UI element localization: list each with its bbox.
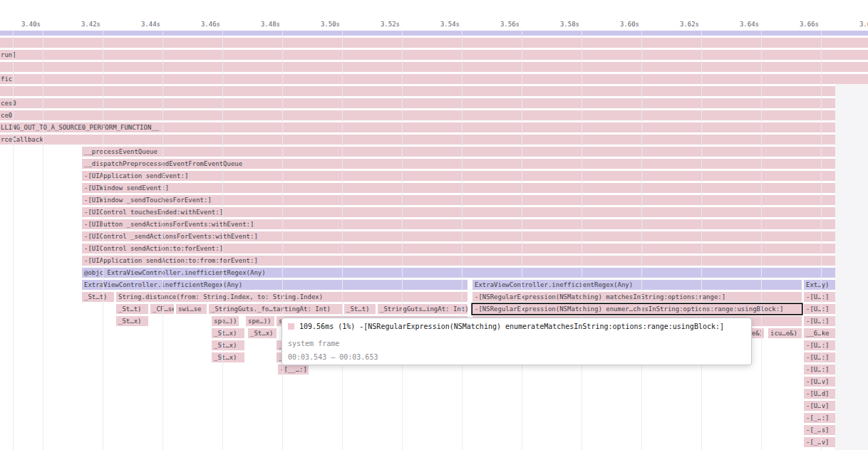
flame-frame[interactable]: -[_…v] bbox=[804, 437, 835, 447]
tooltip-title-line: 109.56ms (1%) -[NSRegularExpression(NSMa… bbox=[288, 323, 724, 330]
flame-frame[interactable]: -[UIWindow _sendTouchesForEvent:] bbox=[82, 195, 835, 205]
ruler-time-label: 3.56s bbox=[479, 21, 520, 28]
flame-frame[interactable]: _StringGuts._fo…tartingAt: Int) bbox=[209, 304, 342, 314]
flame-frame[interactable]: Ext…y) bbox=[804, 280, 835, 290]
flame-frame[interactable]: ces0 bbox=[0, 98, 835, 108]
flame-frame[interactable]: -[U…:] bbox=[804, 304, 835, 314]
flame-frame[interactable] bbox=[0, 31, 868, 36]
flame-frame[interactable]: __dispatchPreprocessedEventFromEventQueu… bbox=[82, 159, 835, 169]
flame-frame[interactable]: -[__…:] bbox=[278, 365, 309, 375]
ruler-time-label: 3.52s bbox=[359, 21, 400, 28]
ruler-time-label: 3.46s bbox=[180, 21, 220, 28]
ruler-time-label: 3.58s bbox=[539, 21, 579, 28]
flame-frame[interactable]: ExtraViewController.inefficientRegex(Any… bbox=[82, 280, 467, 290]
flame-frame[interactable]: @objc ExtraViewController.inefficientReg… bbox=[82, 268, 835, 278]
flame-frame[interactable]: _St…t) bbox=[344, 304, 376, 314]
flame-frame[interactable]: -[UIButton _sendActionsForEvents:withEve… bbox=[82, 219, 835, 229]
flame-frame[interactable]: _St…x) bbox=[212, 352, 244, 362]
ruler-time-label: 3.48s bbox=[239, 21, 280, 28]
flame-frame[interactable]: -[U…:] bbox=[804, 365, 835, 375]
flame-frame[interactable]: rceCallback bbox=[0, 135, 835, 145]
flame-frame[interactable]: LLING_OUT_TO_A_SOURCE0_PERFORM_FUNCTION_… bbox=[0, 122, 835, 132]
flame-frame[interactable]: ce0 bbox=[0, 110, 835, 120]
flame-frame[interactable]: -[U…:] bbox=[804, 340, 835, 350]
tooltip-title: 109.56ms (1%) -[NSRegularExpression(NSMa… bbox=[299, 323, 724, 330]
flame-frame[interactable]: _St…x) bbox=[212, 328, 244, 338]
flame-frame[interactable]: -[U…:] bbox=[804, 316, 835, 326]
time-ruler[interactable]: 3.40s3.42s3.44s3.46s3.48s3.50s3.52s3.54s… bbox=[0, 0, 868, 30]
ruler-time-label: 3.62s bbox=[658, 21, 699, 28]
ruler-time-label: 3.68s bbox=[838, 21, 868, 28]
flame-frame[interactable]: _St…x) bbox=[116, 316, 148, 326]
flame-frame[interactable]: -[U…v] bbox=[804, 401, 835, 411]
ruler-time-label: 3.60s bbox=[599, 21, 639, 28]
flame-frame[interactable]: run] bbox=[0, 50, 868, 60]
flame-frame[interactable]: -[U…v] bbox=[804, 377, 835, 387]
ruler-time-label: 3.64s bbox=[718, 21, 759, 28]
flame-frame[interactable]: -[UIApplication sendAction:to:from:forEv… bbox=[82, 256, 835, 266]
flame-frame[interactable]: String.distance(from: String.Index, to: … bbox=[116, 292, 467, 302]
ruler-time-label: 3.50s bbox=[299, 21, 340, 28]
ruler-time-label: 3.54s bbox=[419, 21, 460, 28]
flame-frame[interactable]: -[UIControl touchesEnded:withEvent:] bbox=[82, 207, 835, 217]
flame-frame[interactable]: _CF…se bbox=[150, 304, 174, 314]
flame-frame[interactable]: -[UIWindow sendEvent:] bbox=[82, 183, 835, 193]
flame-frame[interactable]: -[_…:] bbox=[804, 413, 835, 423]
tooltip-subtitle: system frame bbox=[288, 340, 339, 347]
flame-frame[interactable]: __6…ke bbox=[804, 328, 835, 338]
flame-frame[interactable]: -[UIApplication sendEvent:] bbox=[82, 171, 835, 181]
flame-frame[interactable]: _St…t) bbox=[82, 292, 114, 302]
ruler-time-label: 3.40s bbox=[0, 21, 41, 28]
flame-frame[interactable]: -[U…d] bbox=[804, 389, 835, 399]
flame-frame[interactable] bbox=[0, 86, 835, 96]
flame-frame[interactable]: spe…)) bbox=[212, 316, 239, 326]
flame-frame[interactable]: _StringGuts…ingAt: Int) bbox=[378, 304, 467, 314]
ruler-time-label: 3.44s bbox=[120, 21, 160, 28]
flame-frame[interactable]: _St…t) bbox=[116, 304, 148, 314]
ruler-time-label: 3.42s bbox=[60, 21, 100, 28]
flame-frame[interactable]: -[_…s] bbox=[804, 425, 835, 435]
tooltip-time-range: 00:03.543 — 00:03.653 bbox=[288, 353, 378, 361]
flame-frame[interactable]: -[UIControl sendAction:to:forEvent:] bbox=[82, 244, 835, 253]
ruler-time-label: 3.66s bbox=[778, 21, 819, 28]
flame-frame[interactable]: -[U…:] bbox=[804, 292, 835, 302]
flame-frame[interactable]: swi…se bbox=[176, 304, 207, 314]
flame-frame[interactable] bbox=[0, 38, 868, 48]
flame-frame[interactable]: ExtraViewController.inefficientRegex(Any… bbox=[472, 280, 802, 290]
flame-frame[interactable]: _St…x) bbox=[248, 328, 277, 338]
flame-frame[interactable]: -[U…:] bbox=[804, 352, 835, 362]
flame-frame[interactable]: _St…x) bbox=[212, 340, 244, 350]
flame-graph-chart: 3.40s3.42s3.44s3.46s3.48s3.50s3.52s3.54s… bbox=[0, 0, 868, 450]
flame-frame[interactable]: fic bbox=[0, 74, 868, 84]
flame-frame-selected[interactable]: -[NSRegularExpression(NSMatching) enumer… bbox=[472, 304, 802, 314]
category-swatch-icon bbox=[288, 323, 294, 330]
flame-frame[interactable]: -[UIControl _sendActionsForEvents:withEv… bbox=[82, 231, 835, 241]
flame-frame[interactable] bbox=[0, 62, 868, 72]
flame-frame[interactable]: icu…e&) bbox=[768, 328, 802, 338]
flame-frame[interactable]: spe…)) bbox=[246, 316, 274, 326]
frame-tooltip: 109.56ms (1%) -[NSRegularExpression(NSMa… bbox=[281, 318, 752, 365]
flame-frame[interactable]: -[NSRegularExpression(NSMatching) matche… bbox=[472, 292, 802, 302]
flame-frame[interactable]: __processEventQueue bbox=[82, 147, 835, 157]
